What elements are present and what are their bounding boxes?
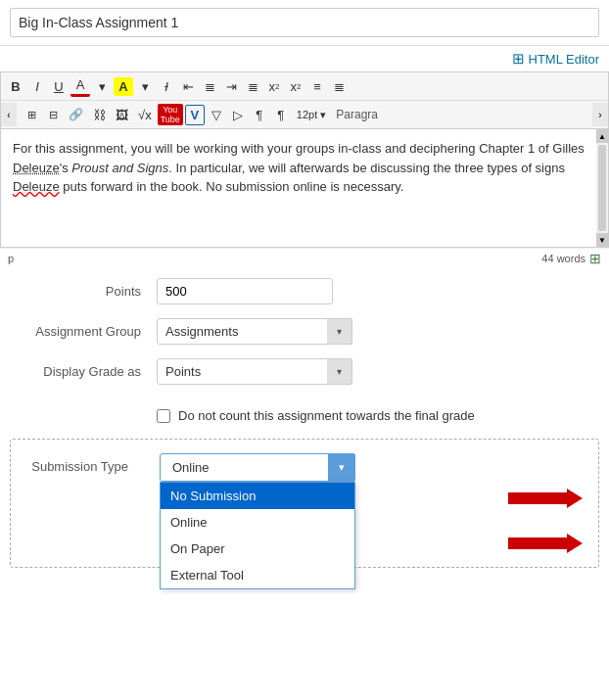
html-tag-indicator: p: [8, 253, 14, 264]
arrow-2: [508, 534, 583, 553]
scroll-up-button[interactable]: ▲: [596, 129, 608, 143]
align-center-button[interactable]: ≣: [200, 77, 219, 96]
no-count-checkbox[interactable]: [157, 409, 170, 423]
bullet-list-button[interactable]: ≡: [307, 77, 327, 96]
display-grade-select[interactable]: Points Percentage Letter Grade GPA Scale…: [157, 358, 352, 385]
v-button[interactable]: V: [185, 105, 205, 125]
arrow-dropdown-button[interactable]: ▽: [207, 106, 226, 124]
arrow-2-head: [567, 534, 583, 553]
arrow-1-body: [508, 492, 567, 504]
toolbar-row-2: ⊞ ⊟ 🔗 ⛓ 🖼 √x YouTube V ▽ ▷ ¶ ¶ 12pt ▾ Pa…: [17, 101, 592, 128]
no-count-label[interactable]: Do not count this assignment towards the…: [178, 408, 475, 423]
font-color-dropdown[interactable]: ▾: [92, 77, 112, 96]
deleuze-name-1: Deleuze: [13, 161, 60, 175]
assignment-group-select-wrapper: Assignments ▾: [157, 318, 352, 345]
points-label: Points: [29, 284, 157, 299]
arrow-1-head: [567, 489, 583, 508]
assignment-group-select[interactable]: Assignments: [157, 318, 352, 345]
points-input[interactable]: [157, 278, 333, 304]
html-editor-icon: ⊞: [512, 50, 525, 68]
word-count: 44 words ⊞: [541, 251, 601, 266]
submission-type-select[interactable]: No Submission Online On Paper External T…: [160, 453, 355, 482]
display-grade-label: Display Grade as: [29, 364, 157, 379]
font-color-button[interactable]: A: [70, 75, 90, 97]
scroll-thumb: [598, 145, 606, 231]
word-count-text: 44 words: [541, 253, 586, 264]
submission-select-wrapper: No Submission Online On Paper External T…: [160, 453, 355, 482]
dropdown-item-on-paper[interactable]: On Paper: [161, 536, 354, 562]
format2-button[interactable]: ¶: [271, 106, 291, 124]
dropdown-item-online[interactable]: Online: [161, 509, 354, 536]
submission-controls: No Submission Online On Paper External T…: [160, 453, 609, 482]
submission-type-section: Submission Type No Submission Online On …: [10, 439, 599, 568]
numbered-list-button[interactable]: ≣: [329, 77, 349, 96]
font-size-select[interactable]: 12pt ▾: [293, 107, 330, 123]
align-right-button[interactable]: ⇥: [221, 77, 241, 96]
dropdown-item-external-tool[interactable]: External Tool: [161, 562, 354, 588]
editor-content[interactable]: For this assignment, you will be working…: [1, 129, 608, 247]
submission-type-label: Submission Type: [26, 453, 144, 474]
toolbar-row-1: B I U A ▾ A ▾ I ⇤ ≣ ⇥ ≣ x2 x2 ≡ ≣: [1, 72, 608, 101]
assignment-title-input[interactable]: [10, 8, 599, 37]
points-row: Points: [29, 278, 580, 304]
editor-area: For this assignment, you will be working…: [0, 128, 609, 248]
bg-color-dropdown[interactable]: ▾: [135, 77, 155, 96]
word-count-icon: ⊞: [589, 251, 601, 266]
dropdown-item-no-submission[interactable]: No Submission: [161, 483, 354, 509]
no-count-checkbox-row: Do not count this assignment towards the…: [29, 408, 580, 423]
deleuze-name-2: Deleuze: [13, 179, 60, 194]
arrow-1: [508, 489, 583, 508]
submission-row: Submission Type No Submission Online On …: [26, 453, 583, 553]
form-section: Points Assignment Group Assignments ▾ Di…: [0, 268, 609, 408]
assignment-group-row: Assignment Group Assignments ▾: [29, 318, 580, 345]
table-options-button[interactable]: ⊟: [43, 107, 63, 123]
display-grade-select-wrapper: Points Percentage Letter Grade GPA Scale…: [157, 358, 352, 385]
editor-status-bar: p 44 words ⊞: [0, 248, 609, 268]
paragraph-style-label: Paragra: [336, 108, 378, 121]
editor-scrollbar: ▲ ▼: [596, 129, 608, 247]
youtube-button[interactable]: YouTube: [158, 104, 183, 125]
align-justify-button[interactable]: ≣: [243, 77, 262, 96]
editor-toolbar: B I U A ▾ A ▾ I ⇤ ≣ ⇥ ≣ x2 x2 ≡ ≣ ‹ ⊞ ⊟ …: [0, 71, 609, 128]
title-section: [0, 0, 609, 46]
media-button[interactable]: ▷: [228, 106, 248, 124]
image-button[interactable]: 🖼: [112, 106, 132, 124]
strikethrough-button[interactable]: I: [157, 77, 176, 96]
link-button[interactable]: 🔗: [65, 106, 87, 123]
toolbar-row-2-wrapper: ‹ ⊞ ⊟ 🔗 ⛓ 🖼 √x YouTube V ▽ ▷ ¶ ¶ 12pt ▾ …: [1, 101, 608, 128]
proust-signs-title: Proust and Signs: [71, 161, 168, 175]
math-button[interactable]: √x: [134, 106, 156, 124]
italic-button[interactable]: I: [27, 77, 47, 96]
arrow-2-body: [508, 537, 567, 549]
toolbar-scroll-left[interactable]: ‹: [1, 103, 17, 126]
toolbar-scroll-right[interactable]: ›: [592, 103, 608, 126]
html-editor-bar: ⊞ HTML Editor: [0, 46, 609, 71]
unlink-button[interactable]: ⛓: [89, 106, 110, 124]
assignment-group-label: Assignment Group: [29, 324, 157, 339]
scroll-down-button[interactable]: ▼: [596, 233, 608, 247]
align-left-button[interactable]: ⇤: [178, 77, 198, 96]
underline-button[interactable]: U: [49, 77, 69, 96]
display-grade-row: Display Grade as Points Percentage Lette…: [29, 358, 580, 385]
table-button[interactable]: ⊞: [22, 107, 41, 123]
bg-color-button[interactable]: A: [114, 77, 133, 96]
submission-dropdown-menu: No Submission Online On Paper External T…: [160, 482, 355, 589]
html-editor-link[interactable]: HTML Editor: [529, 52, 599, 67]
bold-button[interactable]: B: [6, 77, 25, 96]
superscript-button[interactable]: x2: [264, 77, 284, 96]
format-button[interactable]: ¶: [250, 106, 269, 124]
subscript-button[interactable]: x2: [286, 77, 305, 96]
